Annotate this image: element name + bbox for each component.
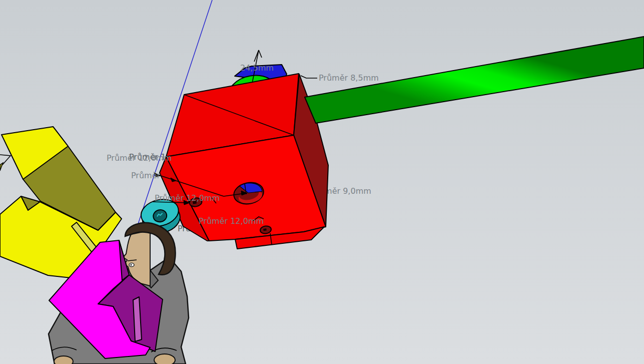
- dim-label-dia8-5[interactable]: Průměr 8,5mm: [319, 73, 379, 83]
- dim-label-dia-short[interactable]: Průměr: [131, 171, 161, 180]
- cad-viewport: Průměr 12,0mm Průměr 9,0mm Průměr: [0, 0, 644, 364]
- person-hand-left: [54, 356, 73, 364]
- dim-label-dia12-bottom[interactable]: Průměr 12,0mm: [199, 216, 264, 226]
- person-hand-right: [154, 354, 175, 364]
- dim-label-dia12-left[interactable]: Průměr 12,0mm: [107, 153, 172, 163]
- dim-label-24-5[interactable]: 24,5mm: [240, 63, 274, 73]
- dim-label-dia12-mid[interactable]: Průměr 12,0mm: [155, 193, 220, 203]
